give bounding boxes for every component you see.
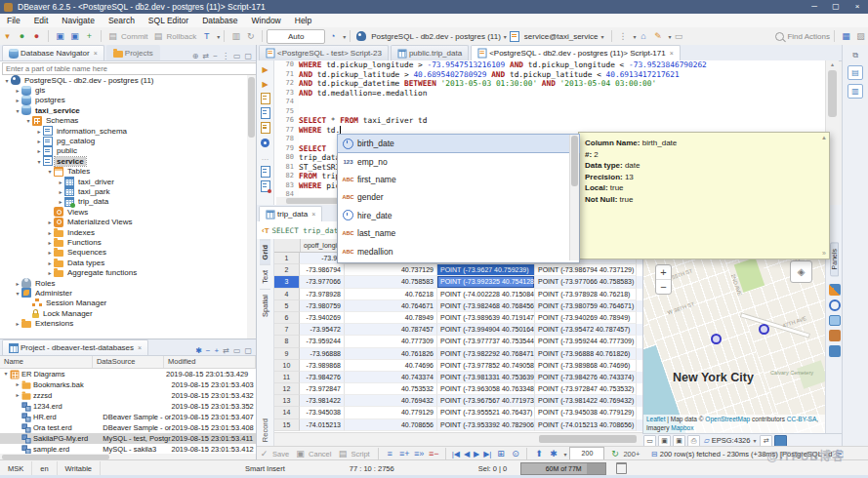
goto-row-icon[interactable]: ⊞ — [494, 448, 507, 460]
cell-dropoff-latitude[interactable]: 40.743374 — [345, 372, 437, 383]
attribution-link[interactable]: CC-BY-SA — [787, 416, 816, 422]
next-row-icon[interactable]: ▶ — [474, 450, 479, 458]
fetch-more-label[interactable]: 200+ — [623, 450, 640, 458]
tree-item-service[interactable]: ▾service — [0, 156, 246, 166]
save-result-label[interactable]: Save — [272, 450, 289, 458]
tree-item-functions[interactable]: ▸Functions — [0, 237, 246, 247]
save-result-icon[interactable]: ✓ — [258, 448, 270, 460]
row-number[interactable]: 7 — [274, 324, 300, 336]
home-icon[interactable]: ⌂ — [638, 30, 650, 43]
cell-pickup-point[interactable]: POINT (-73.953392 40.782906) — [437, 419, 535, 431]
cell-pickup-point[interactable]: POINT (-74.002228 40.715084) — [437, 289, 535, 300]
panel-value-viewer-icon[interactable] — [829, 284, 841, 296]
expander-icon[interactable]: ▸ — [46, 239, 54, 246]
add-row-icon[interactable]: ≡+ — [398, 448, 411, 460]
crs-selector[interactable]: ▱ EPSG:4326▾ — [704, 436, 756, 445]
expander-icon[interactable]: ▸ — [14, 87, 21, 94]
expander-icon[interactable]: ▸ — [57, 179, 64, 185]
autocomplete-item-gender[interactable]: ABCgender — [338, 188, 579, 206]
tree-item-session-manager[interactable]: Session Manager — [0, 299, 246, 308]
project-add-icon[interactable]: + — [215, 346, 220, 355]
cell-dropoff-longitude[interactable]: -73.984276 — [300, 372, 345, 383]
menu-edit[interactable]: Edit — [27, 14, 56, 27]
copy-row-icon[interactable]: ≡» — [413, 448, 426, 460]
commit-label[interactable]: Commit — [121, 32, 148, 41]
execute-script-icon[interactable] — [260, 93, 271, 104]
code-line-76[interactable]: 76SELECT * FROM taxi_driver td — [274, 116, 825, 126]
tab-close-icon[interactable]: × — [94, 50, 98, 57]
new-tab-icon[interactable]: ▭ — [673, 30, 685, 43]
last-row-icon[interactable]: ▶| — [483, 450, 491, 458]
tree-item-trip-data[interactable]: ▸trip_data — [0, 197, 246, 207]
code-line-71[interactable]: 71AND td.pickup_latitude > 40.6895402780… — [274, 70, 825, 80]
project-item-1234-erd[interactable]: 1234.erd2019-08-15 23:01:53.352 — [0, 401, 256, 412]
cell-dropoff-longitude[interactable]: -73.977066 — [300, 276, 345, 288]
tree-item-indexes[interactable]: ▸Indexes — [0, 227, 246, 237]
map-save-image-icon[interactable]: ▣ — [673, 435, 685, 447]
cell-dropoff-latitude[interactable]: 40.777309 — [345, 336, 437, 347]
first-row-icon[interactable]: |◀ — [452, 450, 460, 458]
row-number[interactable]: 11 — [274, 372, 300, 383]
tab-projects[interactable]: Projects — [106, 45, 160, 60]
more-actions-icon[interactable]: ⋮ — [617, 30, 630, 43]
cell-dropoff-longitude[interactable]: -74.015213 — [300, 419, 345, 431]
transaction-mode-icon[interactable]: T — [200, 30, 213, 43]
cell-pickup-point[interactable]: POINT (-73.992325 40.754128) — [437, 276, 535, 288]
tree-item-materialized-views[interactable]: ▸Materialized Views — [0, 217, 246, 226]
cell-dropoff-latitude[interactable]: 40.769432 — [345, 395, 437, 407]
project-item-er-diagrams[interactable]: ▾ER Diagrams2019-08-15 23:01:53.429 — [0, 369, 256, 379]
query-filter-icon[interactable]: ‹T — [262, 226, 269, 235]
cell-dropoff-longitude[interactable]: -73.972847 — [300, 383, 345, 395]
code-line-70[interactable]: 70WHERE td.pickup_longitude > -73.954751… — [274, 60, 825, 70]
cell-dropoff-point[interactable]: POINT (-73.989868 40.74696) — [535, 360, 637, 372]
zoom-in-button[interactable]: + — [656, 265, 671, 280]
tree-item-aggregate-functions[interactable]: ▸Aggregate functions — [0, 267, 246, 277]
tab-spatial[interactable]: Spatial — [260, 289, 270, 322]
cell-dropoff-point[interactable]: POINT (-73.977066 40.758583) — [535, 276, 637, 288]
edit-icon[interactable]: ✎ — [652, 30, 665, 43]
cell-dropoff-latitude[interactable]: 40.779129 — [345, 407, 437, 418]
cell-dropoff-latitude[interactable]: 40.74696 — [345, 360, 437, 372]
cell-dropoff-longitude[interactable]: -73.95472 — [300, 324, 345, 336]
row-number[interactable]: 8 — [274, 336, 300, 347]
row-number[interactable]: 15 — [274, 419, 300, 431]
nav-collapse-icon[interactable]: ⊕ — [192, 52, 199, 60]
cell-dropoff-point[interactable]: POINT (-73.972847 40.753532) — [535, 383, 637, 395]
execute-statement-icon[interactable]: ▶ — [260, 63, 271, 75]
tab-close-icon[interactable]: × — [311, 211, 315, 218]
panel-sash[interactable] — [256, 45, 257, 459]
tree-item-administer[interactable]: ▾Administer — [0, 288, 246, 298]
nav-maximize-icon[interactable]: ▢ — [244, 52, 252, 60]
navigator-scrollbar[interactable] — [247, 75, 256, 339]
row-number[interactable]: 5 — [274, 300, 300, 312]
commit-mode-combo[interactable]: Auto — [267, 29, 325, 44]
record-mode-toggle[interactable]: Record — [260, 415, 270, 446]
more-icon[interactable]: … — [260, 151, 271, 163]
menu-help[interactable]: Help — [288, 14, 318, 27]
cell-dropoff-point[interactable]: POINT (-73.984276 40.743374) — [535, 372, 637, 383]
tree-item-taxi-driver[interactable]: ▸taxi_driver — [0, 177, 246, 186]
row-number[interactable]: 2 — [274, 264, 300, 276]
menu-file[interactable]: File — [0, 14, 27, 27]
nav-minimize-icon[interactable]: ▭ — [233, 52, 241, 60]
tree-item-views[interactable]: Views — [0, 207, 246, 217]
expander-icon[interactable]: ▸ — [14, 97, 21, 103]
cell-pickup-point[interactable]: POINT (-73.982292 40.768471) — [437, 348, 535, 360]
memory-indicator[interactable]: 60M of 77M — [520, 462, 606, 475]
menu-sql-editor[interactable]: SQL Editor — [142, 14, 195, 27]
cell-pickup-point[interactable]: POINT (-73.955521 40.76437) — [437, 407, 535, 418]
cell-dropoff-latitude[interactable]: 40.764671 — [345, 300, 437, 312]
map-image-icon[interactable]: ▣ — [658, 435, 671, 447]
caret-position[interactable]: 77 : 10 : 2756 — [342, 461, 402, 476]
cell-dropoff-longitude[interactable]: -73.940269 — [300, 312, 345, 324]
cell-dropoff-point[interactable]: POINT (-74.015213 40.708656) — [535, 419, 637, 431]
code-line-73[interactable]: 73AND td.medallion=e.medallion — [274, 89, 825, 99]
restore-views-icon[interactable]: ⧉ — [848, 49, 862, 61]
zoom-out-button[interactable]: − — [656, 280, 671, 294]
gc-trash-icon[interactable] — [616, 462, 627, 474]
cell-dropoff-latitude[interactable]: 40.78949 — [345, 312, 437, 324]
new-connection-icon[interactable]: ▾ — [1, 30, 14, 43]
column-header-name[interactable]: Name — [0, 356, 93, 368]
outline-view-icon[interactable]: ▤ — [847, 65, 863, 80]
cell-dropoff-longitude[interactable]: -73.986794 — [300, 264, 345, 276]
